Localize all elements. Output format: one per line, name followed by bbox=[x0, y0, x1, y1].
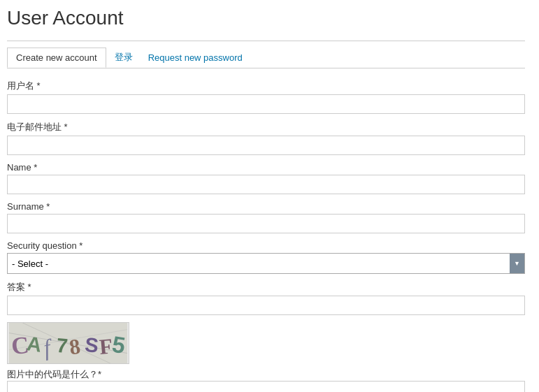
username-input[interactable] bbox=[7, 94, 525, 114]
surname-label: Surname * bbox=[7, 201, 525, 212]
security-question-label: Security question * bbox=[7, 240, 525, 251]
svg-text:A: A bbox=[25, 332, 43, 356]
divider bbox=[7, 41, 525, 41]
tab-login[interactable]: 登录 bbox=[108, 47, 140, 68]
email-label: 电子邮件地址 * bbox=[7, 121, 525, 133]
tab-request-password[interactable]: Request new password bbox=[141, 48, 250, 67]
captcha-field-group: C A f 7 8 S F 5 图片中的代码是什么？* bbox=[7, 322, 525, 392]
name-label: Name * bbox=[7, 162, 525, 173]
surname-field-group: Surname * bbox=[7, 201, 525, 233]
tab-create-account[interactable]: Create new account bbox=[7, 48, 106, 68]
create-account-form: 用户名 * 电子邮件地址 * Name * Surname * Security… bbox=[7, 80, 525, 392]
svg-text:S: S bbox=[84, 333, 100, 357]
tabs-container: Create new account 登录 Request new passwo… bbox=[7, 47, 525, 68]
captcha-label: 图片中的代码是什么？* bbox=[7, 369, 101, 379]
name-input[interactable] bbox=[7, 175, 525, 194]
answer-input[interactable] bbox=[7, 296, 525, 315]
email-field-group: 电子邮件地址 * bbox=[7, 121, 525, 155]
select-wrapper: - Select - bbox=[7, 253, 525, 274]
answer-label: 答案 * bbox=[7, 281, 525, 293]
captcha-input[interactable] bbox=[7, 381, 525, 392]
surname-input[interactable] bbox=[7, 214, 525, 233]
page-container: User Account Create new account 登录 Reque… bbox=[0, 0, 539, 392]
page-title: User Account bbox=[7, 7, 525, 32]
security-question-select[interactable]: - Select - bbox=[7, 253, 525, 274]
answer-field-group: 答案 * bbox=[7, 281, 525, 315]
captcha-image: C A f 7 8 S F 5 bbox=[7, 322, 129, 364]
username-label: 用户名 * bbox=[7, 80, 525, 92]
email-input[interactable] bbox=[7, 136, 525, 155]
username-field-group: 用户名 * bbox=[7, 80, 525, 114]
security-question-field-group: Security question * - Select - bbox=[7, 240, 525, 274]
svg-text:7: 7 bbox=[56, 334, 69, 357]
name-field-group: Name * bbox=[7, 162, 525, 194]
captcha-svg: C A f 7 8 S F 5 bbox=[8, 323, 129, 363]
